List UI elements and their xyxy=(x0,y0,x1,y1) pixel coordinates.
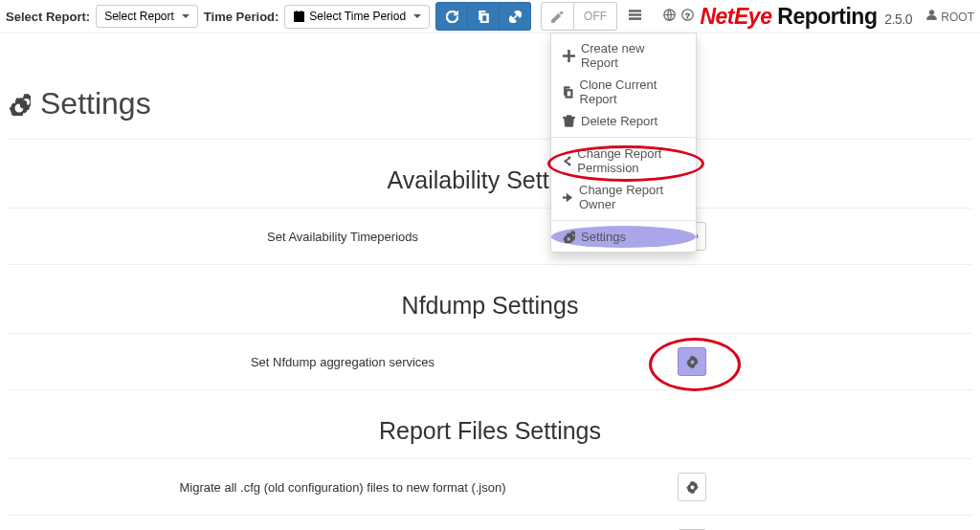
section-title: Availability Settings xyxy=(8,166,972,194)
plus-icon xyxy=(563,50,575,62)
menu-change-permission[interactable]: Change Report Permission xyxy=(551,143,696,179)
gears-icon xyxy=(563,231,575,243)
select-report-dropdown[interactable]: Select Report xyxy=(96,5,198,28)
refresh-icon xyxy=(446,11,458,23)
calendar-icon xyxy=(293,11,305,23)
section-title: Report Files Settings xyxy=(8,417,972,445)
link-icon xyxy=(509,11,522,23)
time-period-label: Time Period: xyxy=(204,10,279,24)
link-button[interactable] xyxy=(500,2,531,31)
select-report-label: Select Report: xyxy=(6,10,90,24)
trash-icon xyxy=(563,115,575,127)
user-icon xyxy=(925,9,938,21)
gear-icon xyxy=(686,481,699,494)
settings-row-label: Set Nfdump aggregation services xyxy=(8,355,678,369)
edit-toggle[interactable]: OFF xyxy=(574,2,617,31)
arrow-icon xyxy=(563,191,573,204)
menu-delete-report[interactable]: Delete Report xyxy=(551,110,696,132)
settings-row-label: Migrate all .cfg (old configuration) fil… xyxy=(8,480,678,495)
settings-row: Delete all old config files (.cfg) xyxy=(8,516,972,530)
settings-row: Migrate all .cfg (old configuration) fil… xyxy=(8,459,972,516)
copy-icon xyxy=(478,11,490,23)
menu-icon xyxy=(629,9,641,21)
gears-icon xyxy=(8,93,31,116)
edit-button[interactable] xyxy=(541,2,574,31)
section-title: Nfdump Settings xyxy=(8,292,972,320)
refresh-button[interactable] xyxy=(435,2,468,31)
hamburger-dropdown: Create new Report Clone Current Report D… xyxy=(550,33,697,253)
current-user[interactable]: ROOT xyxy=(925,9,974,24)
menu-change-owner[interactable]: Change Report Owner xyxy=(551,179,696,215)
hamburger-menu-button[interactable] xyxy=(629,9,641,24)
menu-create-report[interactable]: Create new Report xyxy=(551,37,696,74)
time-period-dropdown[interactable]: Select Time Period xyxy=(284,5,430,29)
share-icon xyxy=(563,155,571,167)
pencil-icon xyxy=(551,11,564,23)
globe-icon xyxy=(663,9,676,21)
language-button[interactable] xyxy=(663,9,676,24)
settings-row: Set Nfdump aggregation services xyxy=(8,334,972,390)
settings-row: Set Availability Timeperiods xyxy=(8,209,972,265)
gear-icon xyxy=(686,356,699,368)
copy-icon xyxy=(563,86,574,99)
help-button[interactable] xyxy=(681,9,694,24)
menu-settings[interactable]: Settings xyxy=(551,226,696,248)
copy-button[interactable] xyxy=(468,2,500,31)
help-icon xyxy=(681,9,694,21)
menu-clone-report[interactable]: Clone Current Report xyxy=(551,74,696,110)
settings-gear-button[interactable] xyxy=(678,347,706,376)
settings-gear-button[interactable] xyxy=(678,473,706,501)
page-title: Settings xyxy=(8,86,972,121)
brand-logo: NetEye Reporting 2.5.0 xyxy=(700,4,912,30)
